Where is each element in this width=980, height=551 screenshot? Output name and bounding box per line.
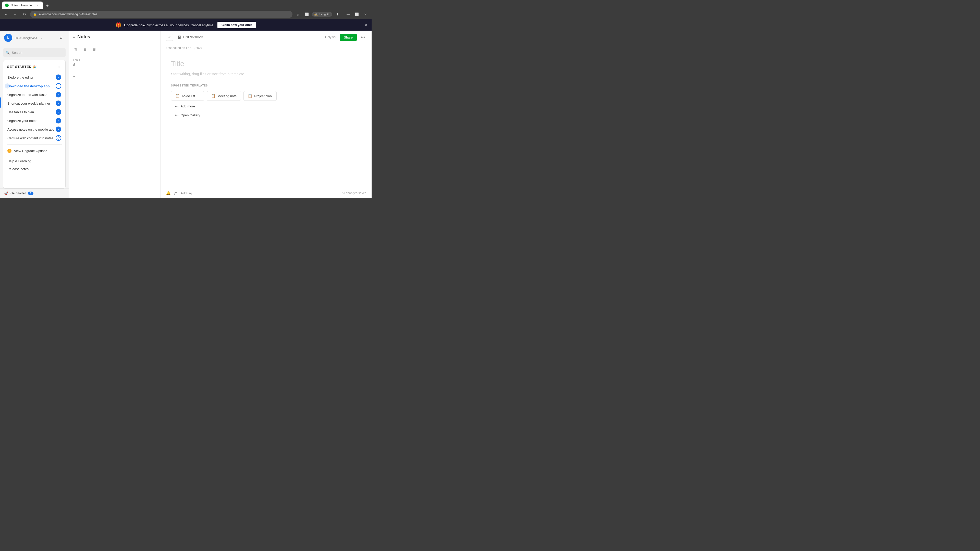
notes-list-title: Notes bbox=[77, 34, 90, 40]
note-editor: ⤢ 📓 First Notebook Only you Share ••• La… bbox=[161, 30, 372, 198]
todo-template-icon: 📋 bbox=[175, 94, 180, 98]
tag-icon[interactable]: 🏷 bbox=[174, 191, 178, 195]
add-more-button[interactable]: ••• Add more bbox=[171, 102, 361, 111]
editor-footer: 🔔 🏷 Add tag All changes saved bbox=[161, 188, 372, 198]
incognito-badge: 🕵 Incognito bbox=[312, 12, 332, 17]
expand-icon[interactable]: ⤢ bbox=[166, 34, 173, 41]
search-box[interactable]: 🔍 Search bbox=[3, 48, 65, 57]
get-started-footer-item[interactable]: 🚀 Get Started 2 bbox=[4, 191, 33, 195]
refresh-button[interactable]: ↻ bbox=[21, 11, 28, 18]
gs-item-shortcut-planner[interactable]: Shortcut your weekly planner ✓ bbox=[7, 99, 62, 108]
gs-item-organize-notes[interactable]: Organize your notes ✓ bbox=[7, 116, 62, 125]
all-changes-saved-label: All changes saved bbox=[342, 191, 366, 195]
star-button[interactable]: ☆ bbox=[294, 11, 302, 18]
share-button[interactable]: Share bbox=[340, 34, 357, 41]
browser-more-button[interactable]: ⋮ bbox=[334, 11, 341, 18]
editor-more-button[interactable]: ••• bbox=[360, 34, 366, 41]
sort-button[interactable]: ⇅ bbox=[72, 45, 80, 53]
header-divider bbox=[175, 34, 175, 40]
gs-check-3: ✓ bbox=[56, 100, 61, 106]
view-button[interactable]: ⊟ bbox=[90, 45, 98, 53]
rocket-icon: 🚀 bbox=[4, 191, 8, 195]
upgrade-dot-icon: ⚡ bbox=[7, 149, 11, 153]
banner-close-button[interactable]: × bbox=[365, 22, 368, 28]
release-notes-label: Release notes bbox=[7, 167, 29, 171]
todo-template-label: To-do list bbox=[182, 94, 195, 98]
note-preview-item-2[interactable]: w bbox=[69, 70, 161, 82]
note-preview-item-1[interactable]: Feb 1 d bbox=[69, 56, 161, 70]
add-more-dots-icon: ••• bbox=[175, 104, 179, 108]
upgrade-label: View Upgrade Options bbox=[14, 149, 47, 153]
tab-favicon bbox=[5, 3, 9, 7]
add-more-label: Add more bbox=[181, 104, 195, 108]
gs-check-2: ✓ bbox=[56, 92, 61, 97]
search-placeholder: Search bbox=[12, 51, 22, 55]
gs-check-0: ✓ bbox=[56, 75, 61, 80]
gs-check-7 bbox=[56, 135, 61, 141]
window-controls: — ⬜ ✕ bbox=[345, 11, 369, 18]
search-icon: 🔍 bbox=[6, 51, 10, 55]
tab-close-button[interactable]: × bbox=[36, 3, 40, 7]
view-upgrade-options[interactable]: ⚡ View Upgrade Options bbox=[7, 147, 62, 155]
tab-bar: Notes - Evernote × + bbox=[0, 0, 372, 9]
close-window-button[interactable]: ✕ bbox=[362, 11, 369, 18]
notes-list-icon: ≡ bbox=[73, 35, 75, 39]
notes-list-header: ≡ Notes bbox=[69, 30, 161, 43]
new-tab-button[interactable]: + bbox=[44, 2, 51, 9]
user-avatar[interactable]: N bbox=[4, 34, 12, 42]
filter-button[interactable]: ⊞ bbox=[81, 45, 89, 53]
dropdown-icon[interactable]: ▾ bbox=[41, 37, 42, 40]
template-meeting-note[interactable]: 📋 Meeting note bbox=[207, 91, 241, 101]
active-tab[interactable]: Notes - Evernote × bbox=[2, 2, 43, 9]
sidebar-header-icons: ⚙ bbox=[57, 34, 65, 41]
gs-item-download-app[interactable]: Download the desktop app bbox=[7, 82, 62, 90]
gs-check-1 bbox=[56, 83, 61, 89]
gs-item-organize-todos[interactable]: Organize to-dos with Tasks ✓ bbox=[7, 90, 62, 99]
gs-item-explore-editor[interactable]: Explore the editor ✓ bbox=[7, 73, 62, 82]
editor-body[interactable]: Title Start writing, drag files or start… bbox=[161, 52, 372, 188]
gs-item-label-7: Capture web content into notes bbox=[7, 136, 53, 140]
release-notes-item[interactable]: Release notes bbox=[7, 165, 62, 173]
gs-item-label-3: Shortcut your weekly planner bbox=[7, 102, 50, 105]
address-bar-row: ← → ↻ 🔒 evernote.com/client/web#login=tr… bbox=[0, 9, 372, 19]
main-app: N 5b3c818b@mood... ▾ ⚙ 🔍 Search GET STAR… bbox=[0, 30, 372, 198]
settings-button[interactable]: ⚙ bbox=[57, 34, 65, 41]
user-email: 5b3c818b@mood... bbox=[15, 37, 39, 40]
minimize-button[interactable]: — bbox=[345, 11, 352, 18]
gs-check-4: ✓ bbox=[56, 109, 61, 115]
gs-item-use-tables[interactable]: Use tables to plan ✓ bbox=[7, 108, 62, 116]
editor-header-left: ⤢ 📓 First Notebook bbox=[166, 34, 322, 41]
back-button[interactable]: ← bbox=[3, 11, 10, 18]
banner-upgrade-text: Upgrade now. Sync across all your device… bbox=[124, 23, 215, 27]
sidebar: N 5b3c818b@mood... ▾ ⚙ 🔍 Search GET STAR… bbox=[0, 30, 69, 198]
editor-meta: Last edited on Feb 1, 2024 bbox=[161, 44, 372, 52]
gs-item-label-6: Access notes on the mobile app bbox=[7, 127, 54, 131]
app-container: 🎁 Upgrade now. Sync across all your devi… bbox=[0, 19, 372, 198]
bell-icon[interactable]: 🔔 bbox=[166, 191, 171, 195]
add-tag-label[interactable]: Add tag bbox=[181, 191, 192, 195]
notebook-link[interactable]: 📓 First Notebook bbox=[177, 35, 203, 39]
maximize-button[interactable]: ⬜ bbox=[353, 11, 360, 18]
forward-button[interactable]: → bbox=[12, 11, 19, 18]
address-bar[interactable]: 🔒 evernote.com/client/web#login=true#/no… bbox=[30, 11, 293, 18]
sidebar-bottom: 🚀 Get Started 2 bbox=[0, 189, 68, 198]
gs-item-label-4: Use tables to plan bbox=[7, 110, 34, 114]
note-title[interactable]: Title bbox=[171, 60, 361, 68]
gs-item-label-1: Download the desktop app bbox=[7, 84, 49, 88]
open-gallery-button[interactable]: ••• Open Gallery bbox=[171, 111, 361, 120]
cast-button[interactable]: ⬜ bbox=[303, 11, 310, 18]
get-started-close-button[interactable]: × bbox=[56, 64, 62, 69]
separator2 bbox=[7, 156, 62, 156]
sidebar-header: N 5b3c818b@mood... ▾ ⚙ bbox=[0, 30, 68, 45]
gs-item-mobile-app[interactable]: Access notes on the mobile app ✓ bbox=[7, 125, 62, 134]
template-todo-list[interactable]: 📋 To-do list bbox=[171, 91, 204, 101]
templates-heading: SUGGESTED TEMPLATES bbox=[171, 84, 361, 87]
upgrade-banner: 🎁 Upgrade now. Sync across all your devi… bbox=[0, 19, 372, 30]
gs-item-label-5: Organize your notes bbox=[7, 119, 37, 123]
template-project-plan[interactable]: 📋 Project plan bbox=[243, 91, 277, 101]
help-learning-item[interactable]: Help & Learning bbox=[7, 157, 62, 165]
gs-item-capture-web[interactable]: Capture web content into notes bbox=[7, 134, 62, 142]
editor-header-right: Only you Share ••• bbox=[325, 34, 366, 41]
user-info: 5b3c818b@mood... ▾ bbox=[15, 35, 55, 40]
claim-offer-button[interactable]: Claim now your offer bbox=[218, 22, 256, 28]
